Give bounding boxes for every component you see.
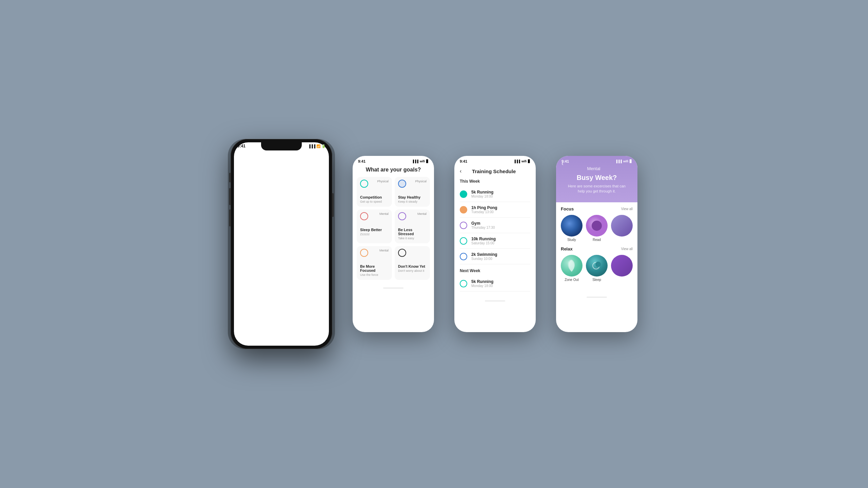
- schedule-item[interactable]: 1h Ping Pong Tuesday 13:00: [460, 202, 530, 218]
- wifi-icon: wifi: [521, 160, 527, 163]
- schedule-item[interactable]: 10k Running Saturday 15:00: [460, 233, 530, 249]
- schedule-dot: [460, 237, 467, 245]
- status-icons: ▐▐▐ wifi ▊: [412, 160, 429, 163]
- schedule-dot: [460, 190, 467, 198]
- back-button[interactable]: ‹: [460, 168, 461, 174]
- signal-icon: ▐▐▐: [412, 160, 418, 163]
- goal-card-competition[interactable]: Physical Competition Get up to speed: [357, 177, 392, 207]
- schedule-item[interactable]: Gym Thursday 17:30: [460, 218, 530, 233]
- third-circle: [611, 215, 633, 237]
- relax-title: Relax: [561, 246, 573, 251]
- scroll-indicator: [485, 300, 505, 302]
- sleep-label: Sleep: [586, 278, 608, 282]
- battery-icon: ▊: [528, 160, 530, 163]
- third-relax-circle: [611, 255, 633, 277]
- goal-card-less-stressed[interactable]: Mental Be Less Stressed Take it easy: [395, 209, 430, 243]
- header-category: Mental: [561, 166, 626, 171]
- focus-title: Focus: [561, 206, 574, 211]
- goals-phone: 9:41 ▐▐▐ wifi ▊ What are your goals? Phy…: [353, 156, 434, 332]
- status-bar: 9:41 ▐▐▐ wifi ▊: [353, 156, 434, 165]
- mental-phone: 9:41 ▐▐▐ wifi ▊ ‹ Mental Busy Week? Here…: [556, 156, 637, 332]
- next-week-label: Next Week: [454, 267, 536, 276]
- read-card[interactable]: Read: [586, 215, 608, 242]
- item-name: Gym: [471, 221, 495, 226]
- goal-card-stay-healthy[interactable]: Physical Stay Healthy Keep it steady: [395, 177, 430, 207]
- status-time: 9:41: [237, 144, 245, 148]
- goal-name: Don't Know Yet: [398, 264, 427, 268]
- goal-card-dont-know[interactable]: Don't Know Yet Don't worry about it: [395, 246, 430, 280]
- goal-icon: [398, 212, 406, 220]
- goal-card-sleep-better[interactable]: Mental Sleep Better Zzzzzz: [357, 209, 392, 243]
- schedule-item[interactable]: 5k Running Monday 18:00: [460, 186, 530, 202]
- side-button: [229, 173, 231, 182]
- schedule-info: 2k Swimming Sunday 10:00: [471, 252, 497, 261]
- focus-section-header: Focus View all: [561, 206, 633, 211]
- battery-icon: ▊: [630, 160, 632, 163]
- status-bar: 9:41 ▐▐▐ wifi ▊: [561, 159, 632, 166]
- zone-label: Zone Out: [561, 278, 583, 282]
- goal-icon: [360, 249, 368, 257]
- schedule-dot: [460, 206, 467, 214]
- relax-section-header: Relax View all: [561, 246, 633, 251]
- goal-name: Sleep Better: [360, 228, 389, 232]
- goal-name: Be More Focused: [360, 264, 389, 272]
- category-label: Mental: [417, 212, 427, 216]
- goal-desc: Zzzzzz: [360, 232, 389, 236]
- mental-content: Focus View all Study Read: [556, 202, 637, 290]
- battery-icon: ▊: [426, 160, 429, 163]
- title-text: What are your goals?: [366, 167, 421, 172]
- category-label: Physical: [415, 180, 427, 183]
- study-card[interactable]: Study: [561, 215, 583, 242]
- iphone-frame: 9:41 ▐▐▐ 📶 🔋: [231, 139, 332, 349]
- third-focus-card[interactable]: [611, 215, 633, 242]
- goal-name: Be Less Stressed: [398, 228, 427, 236]
- item-time: Sunday 10:00: [471, 257, 497, 261]
- item-name: 10k Running: [471, 237, 496, 241]
- scroll-indicator: [383, 287, 403, 289]
- time: 9:41: [460, 159, 467, 163]
- goal-name: Stay Healthy: [398, 195, 427, 199]
- schedule-item[interactable]: 5k Running Monday 18:00: [460, 276, 530, 291]
- goal-card-more-focused[interactable]: Mental Be More Focused Use the force: [357, 246, 392, 280]
- back-button[interactable]: ‹: [561, 160, 564, 167]
- goal-icon: [360, 180, 368, 188]
- scroll-indicator: [587, 297, 607, 298]
- item-time: Thursday 17:30: [471, 226, 495, 229]
- signal-icon: ▐▐▐: [514, 160, 520, 163]
- schedule-item[interactable]: 2k Swimming Sunday 10:00: [460, 249, 530, 264]
- goal-icon: [360, 212, 368, 220]
- time: 9:41: [358, 159, 366, 163]
- wifi-icon: wifi: [420, 160, 425, 163]
- focus-view-all[interactable]: View all: [621, 207, 633, 211]
- svg-point-1: [595, 262, 601, 267]
- schedule-info: Gym Thursday 17:30: [471, 221, 495, 229]
- side-button-power: [332, 193, 334, 217]
- item-name: 5k Running: [471, 190, 493, 195]
- relax-exercises: Zone Out Sleep: [561, 255, 633, 282]
- status-icons: ▐▐▐ 📶 🔋: [308, 144, 326, 148]
- zone-out-card[interactable]: Zone Out: [561, 255, 583, 282]
- item-time: Tuesday 13:00: [471, 210, 497, 214]
- read-circle: [586, 215, 608, 237]
- mental-main-title: Busy Week?: [561, 174, 632, 182]
- goal-desc: Get up to speed: [360, 200, 389, 203]
- item-time: Monday 18:00: [471, 284, 493, 288]
- status-icons: ▐▐▐ wifi ▊: [514, 160, 530, 163]
- schedule-info: 5k Running Monday 18:00: [471, 190, 493, 198]
- goal-desc: Don't worry about it: [398, 269, 427, 272]
- wifi-icon: wifi: [623, 160, 628, 163]
- schedule-dot: [460, 222, 467, 229]
- study-label: Study: [561, 238, 583, 242]
- item-name: 1h Ping Pong: [471, 205, 497, 210]
- goal-desc: Take it easy: [398, 237, 427, 240]
- status-icons: ▐▐▐ wifi ▊: [615, 160, 632, 163]
- this-week-label: This Week: [454, 178, 536, 186]
- iphone-screen: 9:41 ▐▐▐ 📶 🔋: [234, 142, 329, 346]
- schedule-phone: 9:41 ▐▐▐ wifi ▊ ‹ Training Schedule This…: [454, 156, 536, 332]
- zone-circle: [561, 255, 583, 277]
- relax-view-all[interactable]: View all: [621, 247, 633, 251]
- sleep-card[interactable]: Sleep: [586, 255, 608, 282]
- third-relax-card[interactable]: [611, 255, 633, 282]
- category-label: Mental: [379, 249, 389, 252]
- screen-header: ‹ Training Schedule: [454, 165, 536, 178]
